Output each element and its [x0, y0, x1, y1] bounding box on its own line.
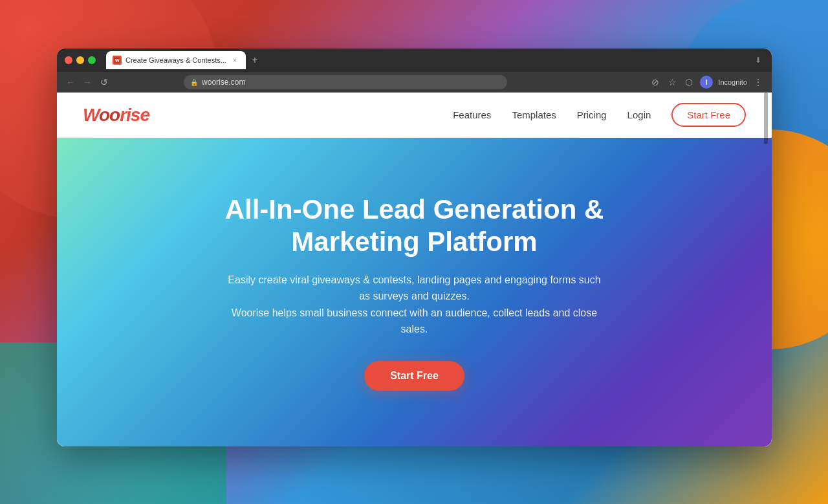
- minimize-window-button[interactable]: [76, 56, 84, 64]
- website-content: Woorise Features Templates Pricing Login…: [57, 93, 772, 446]
- bookmark-icon[interactable]: ☆: [666, 76, 678, 88]
- site-logo[interactable]: Woorise: [83, 105, 149, 126]
- nav-pricing-link[interactable]: Pricing: [577, 109, 607, 120]
- refresh-button[interactable]: ↺: [98, 76, 110, 88]
- maximize-window-button[interactable]: [88, 56, 96, 64]
- active-tab[interactable]: W Create Giveaways & Contests... ×: [106, 51, 246, 69]
- nav-features-link[interactable]: Features: [453, 109, 491, 120]
- tab-close-button[interactable]: ×: [230, 56, 239, 65]
- hero-subtitle: Easily create viral giveaways & contests…: [227, 272, 602, 338]
- toolbar-right: ⊘ ☆ ⬡ I Incognito ⋮: [649, 76, 764, 89]
- nav-links: Features Templates Pricing Login Start F…: [453, 103, 746, 127]
- svg-text:W: W: [115, 58, 120, 63]
- new-tab-button[interactable]: +: [246, 51, 264, 69]
- tab-title: Create Giveaways & Contests...: [125, 56, 226, 64]
- address-bar: ← → ↺ 🔒 woorise.com ⊘ ☆ ⬡ I Incognito ⋮: [57, 72, 772, 93]
- hero-subtitle-line2: Woorise helps small business connect wit…: [232, 307, 597, 335]
- traffic-lights: [65, 56, 96, 64]
- window-controls-icon[interactable]: ⬇: [752, 54, 764, 66]
- hero-title: All-In-One Lead Generation & Marketing P…: [188, 193, 641, 259]
- hero-subtitle-line1: Easily create viral giveaways & contests…: [228, 274, 600, 302]
- chrome-menu-icon[interactable]: ⋮: [752, 76, 764, 88]
- close-window-button[interactable]: [65, 56, 72, 64]
- nav-login-link[interactable]: Login: [627, 109, 651, 120]
- tab-favicon-icon: W: [113, 56, 122, 65]
- nav-start-free-button[interactable]: Start Free: [671, 103, 746, 127]
- site-navbar: Woorise Features Templates Pricing Login…: [57, 93, 772, 138]
- url-text: woorise.com: [202, 78, 245, 87]
- browser-window: W Create Giveaways & Contests... × + ⬇ ←…: [57, 49, 772, 446]
- extensions-icon[interactable]: ⬡: [683, 76, 695, 88]
- scrollbar[interactable]: [764, 93, 768, 144]
- profile-avatar[interactable]: I: [700, 76, 713, 89]
- url-bar[interactable]: 🔒 woorise.com: [184, 75, 507, 89]
- back-button[interactable]: ←: [65, 76, 76, 88]
- hero-start-free-button[interactable]: Start Free: [364, 361, 464, 391]
- nav-templates-link[interactable]: Templates: [512, 109, 556, 120]
- hero-section: All-In-One Lead Generation & Marketing P…: [57, 138, 772, 446]
- tab-bar: W Create Giveaways & Contests... × +: [106, 51, 747, 69]
- forward-button[interactable]: →: [82, 76, 93, 88]
- secure-lock-icon: 🔒: [190, 79, 198, 86]
- browser-titlebar: W Create Giveaways & Contests... × + ⬇: [57, 49, 772, 72]
- cast-icon[interactable]: ⊘: [649, 76, 661, 88]
- profile-name-label: Incognito: [718, 78, 747, 86]
